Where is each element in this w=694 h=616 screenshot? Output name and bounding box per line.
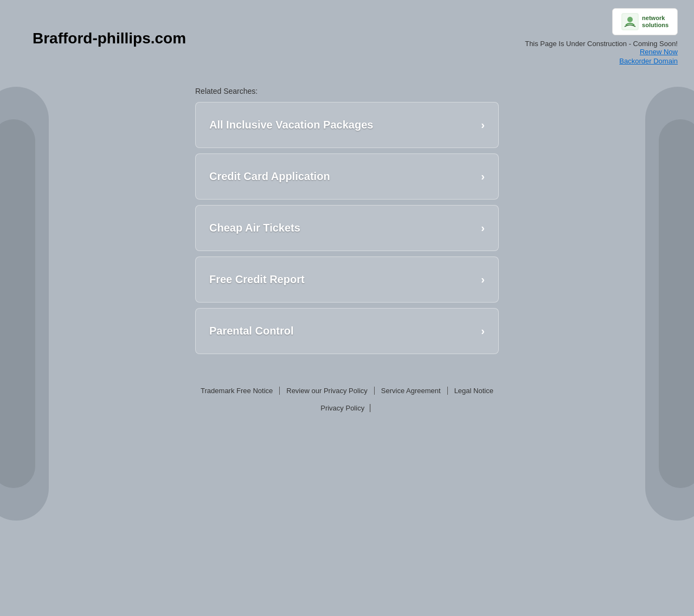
- footer-link-trademark-free-notice[interactable]: Trademark Free Notice: [194, 387, 280, 395]
- search-item-arrow-icon: ›: [481, 119, 485, 131]
- search-item-arrow-icon: ›: [481, 273, 485, 286]
- footer-link-service-agreement[interactable]: Service Agreement: [375, 387, 448, 395]
- search-item-arrow-icon: ›: [481, 170, 485, 183]
- site-title[interactable]: Brafford-phillips.com: [33, 8, 186, 47]
- footer: Trademark Free NoticeReview our Privacy …: [0, 387, 694, 424]
- privacy-policy-link[interactable]: Privacy Policy: [320, 404, 364, 412]
- network-solutions-logo[interactable]: network solutions: [612, 8, 678, 35]
- renew-now-link[interactable]: Renew Now: [640, 48, 678, 56]
- search-item-arrow-icon: ›: [481, 325, 485, 337]
- search-item-label: Credit Card Application: [209, 170, 330, 183]
- header-right: network solutions This Page Is Under Con…: [525, 8, 678, 65]
- footer-links: Trademark Free NoticeReview our Privacy …: [0, 387, 694, 395]
- header-status-text: This Page Is Under Construction - Coming…: [525, 40, 678, 48]
- search-item[interactable]: All Inclusive Vacation Packages›: [195, 102, 499, 148]
- search-item-label: All Inclusive Vacation Packages: [209, 119, 373, 131]
- backorder-domain-link[interactable]: Backorder Domain: [619, 57, 678, 65]
- header-action-links: Renew Now Backorder Domain: [619, 48, 678, 65]
- search-items-list: All Inclusive Vacation Packages›Credit C…: [195, 102, 499, 354]
- search-item-label: Parental Control: [209, 325, 294, 337]
- search-item-label: Cheap Air Tickets: [209, 222, 300, 234]
- svg-point-1: [627, 17, 633, 22]
- footer-privacy: Privacy Policy |: [0, 403, 694, 413]
- search-item[interactable]: Cheap Air Tickets›: [195, 205, 499, 251]
- decorative-pill-right-inner: [659, 119, 694, 488]
- search-item-label: Free Credit Report: [209, 273, 305, 286]
- main-content: Related Searches: All Inclusive Vacation…: [184, 87, 510, 354]
- search-item[interactable]: Credit Card Application›: [195, 153, 499, 200]
- footer-link-legal-notice[interactable]: Legal Notice: [448, 387, 500, 395]
- search-item[interactable]: Free Credit Report›: [195, 256, 499, 303]
- footer-divider: |: [369, 403, 371, 412]
- search-item-arrow-icon: ›: [481, 222, 485, 234]
- footer-link-review-our-privacy-policy[interactable]: Review our Privacy Policy: [280, 387, 375, 395]
- search-item[interactable]: Parental Control›: [195, 308, 499, 354]
- ns-logo-text: network solutions: [642, 15, 669, 29]
- related-searches-label: Related Searches:: [195, 87, 499, 95]
- network-solutions-icon: [621, 13, 639, 30]
- decorative-pill-left-inner: [0, 119, 35, 488]
- header: Brafford-phillips.com network solutions …: [0, 0, 694, 70]
- ns-logo-svg: [622, 14, 638, 29]
